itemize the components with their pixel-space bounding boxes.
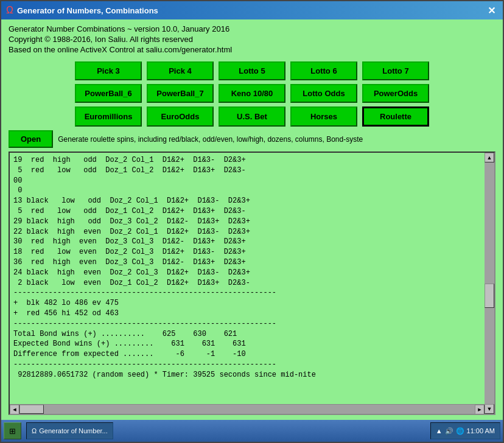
app-icon: Ω: [6, 5, 13, 16]
powerball6-button[interactable]: PowerBall_6: [75, 84, 142, 103]
header-line2: Copyright © 1988-2016, Ion Saliu. All ri…: [9, 35, 495, 44]
buttons-grid: Pick 3 Pick 4 Lotto 5 Lotto 6 Lotto 7 Po…: [9, 61, 495, 127]
horses-button[interactable]: Horses: [290, 106, 357, 127]
powerball7-button[interactable]: PowerBall_7: [147, 84, 214, 103]
button-row-2: PowerBall_6 PowerBall_7 Keno 10/80 Lotto…: [9, 84, 495, 103]
main-window: Ω Generator of Numbers, Combinations ✕ G…: [0, 0, 504, 443]
tray-icon-network: 🌐: [456, 427, 464, 435]
pick4-button[interactable]: Pick 4: [147, 61, 214, 80]
window-title: Generator of Numbers, Combinations: [17, 6, 158, 15]
tray-icon-arrow: ▲: [436, 427, 443, 434]
scrollbar-vertical-track[interactable]: [485, 162, 494, 404]
content-area: Generator Number Combinations ~ version …: [1, 19, 503, 420]
euro-odds-button[interactable]: EuroOdds: [147, 106, 214, 127]
taskbar-item-icon: Ω: [32, 427, 37, 434]
header-line3: Based on the online ActiveX Control at s…: [9, 45, 495, 54]
scrollbar-up-arrow[interactable]: ▲: [485, 153, 494, 162]
pick3-button[interactable]: Pick 3: [75, 61, 142, 80]
title-bar: Ω Generator of Numbers, Combinations ✕: [1, 1, 503, 19]
start-button[interactable]: ⊞: [4, 422, 21, 439]
taskbar-item-generator[interactable]: Ω Generator of Number...: [26, 422, 113, 439]
scrollbar-horizontal-thumb[interactable]: [19, 405, 44, 414]
open-row: Open Generate roulette spins, including …: [9, 130, 495, 148]
lotto5-button[interactable]: Lotto 5: [219, 61, 285, 80]
scrollbar-vertical-thumb[interactable]: [485, 284, 494, 308]
lotto-odds-button[interactable]: Lotto Odds: [290, 84, 357, 103]
start-icon: ⊞: [9, 427, 16, 436]
scrollbar-horizontal-track[interactable]: [19, 405, 475, 414]
tray-icon-volume: 🔊: [445, 427, 453, 435]
system-clock: 11:00 AM: [467, 427, 495, 434]
title-bar-left: Ω Generator of Numbers, Combinations: [6, 5, 158, 16]
euromillions-button[interactable]: Euromillions: [75, 106, 142, 127]
scrollbar-left-arrow[interactable]: ◄: [10, 405, 19, 414]
lotto7-button[interactable]: Lotto 7: [362, 61, 429, 80]
taskbar-tray: ▲ 🔊 🌐 11:00 AM: [430, 422, 500, 439]
taskbar: ⊞ Ω Generator of Number... ▲ 🔊 🌐 11:00 A…: [1, 420, 503, 442]
output-area: 19 red high odd Doz_2 Col_1 D1&2+ D1&3- …: [9, 152, 495, 415]
button-row-1: Pick 3 Pick 4 Lotto 5 Lotto 6 Lotto 7: [9, 61, 495, 80]
open-description: Generate roulette spins, including red/b…: [58, 135, 363, 144]
taskbar-item-label: Generator of Number...: [39, 427, 108, 434]
scrollbar-horizontal[interactable]: ◄ ►: [10, 404, 485, 414]
scrollbar-right-arrow[interactable]: ►: [475, 405, 485, 414]
keno-button[interactable]: Keno 10/80: [219, 84, 285, 103]
taskbar-items: Ω Generator of Number...: [26, 422, 430, 439]
button-row-3: Euromillions EuroOdds U.S. Bet Horses Ro…: [9, 106, 495, 127]
open-button[interactable]: Open: [9, 130, 53, 148]
close-button[interactable]: ✕: [485, 5, 498, 16]
scrollbar-down-arrow[interactable]: ▼: [485, 404, 494, 414]
us-bet-button[interactable]: U.S. Bet: [219, 106, 285, 127]
header-line1: Generator Number Combinations ~ version …: [9, 24, 495, 33]
output-content: 19 red high odd Doz_2 Col_1 D1&2+ D1&3- …: [10, 153, 494, 414]
power-odds-button[interactable]: PowerOdds: [362, 84, 429, 103]
roulette-button[interactable]: Roulette: [362, 106, 429, 127]
lotto6-button[interactable]: Lotto 6: [290, 61, 357, 80]
